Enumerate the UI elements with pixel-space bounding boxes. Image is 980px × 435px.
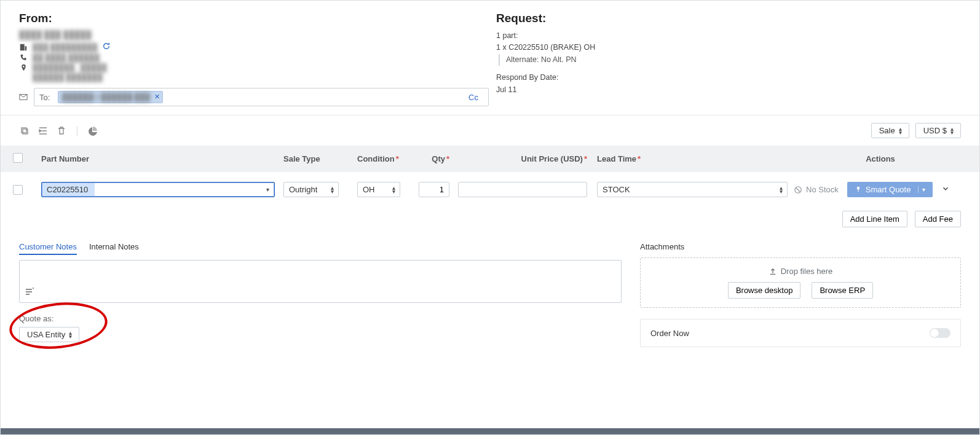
to-row: To: ██████@██████.███ ✕ Cc (19, 88, 490, 106)
condition-value: OH (363, 185, 375, 194)
sort-icon (899, 127, 901, 135)
smart-quote-button[interactable]: Smart Quote ▾ (847, 182, 933, 197)
header: From: ████ ███ █████ ███ █████████ ██ ██… (1, 1, 979, 116)
th-saletype: Sale Type (283, 154, 357, 163)
qty-input[interactable] (419, 182, 449, 197)
order-now-card: Order Now (640, 319, 961, 347)
pin-icon (19, 63, 28, 72)
part-number-value: C20225510 (47, 185, 88, 194)
add-line-item-button[interactable]: Add Line Item (842, 211, 907, 227)
tab-internal-notes[interactable]: Internal Notes (89, 242, 139, 255)
to-label: To: (39, 93, 52, 102)
from-panel: From: ████ ███ █████ ███ █████████ ██ ██… (19, 12, 490, 106)
browse-erp-button[interactable]: Browse ERP (812, 282, 873, 299)
respond-by-label: Respond By Date: (496, 72, 961, 84)
request-line: 1 x C20225510 (BRAKE) OH (496, 42, 961, 53)
trash-icon[interactable] (56, 125, 67, 136)
expand-row-icon[interactable] (941, 184, 950, 195)
condition-select[interactable]: OH (357, 182, 400, 197)
sort-icon (69, 331, 71, 339)
country: ██████ ███████ (33, 73, 103, 82)
footer-bar (1, 428, 979, 434)
annotation-circle (7, 298, 110, 353)
no-stock-label: No Stock (806, 185, 839, 194)
company-line: ███ █████████ (19, 42, 490, 52)
company-name: ███ █████████ (33, 43, 97, 52)
envelope-icon (19, 93, 28, 101)
sort-icon (780, 186, 782, 194)
attachments-column: Attachments Drop files here Browse deskt… (640, 242, 961, 347)
sale-select[interactable]: Sale (871, 123, 909, 138)
quote-as-section: Quote as: USA Entity (19, 314, 622, 342)
row-checkbox[interactable] (13, 185, 23, 195)
location-line: ████████ , █████ (19, 63, 490, 72)
cc-link[interactable]: Cc (468, 93, 478, 102)
svg-rect-1 (23, 129, 28, 134)
add-row-buttons: Add Line Item Add Fee (1, 207, 979, 242)
table-header: Part Number Sale Type Condition* Qty* Un… (1, 146, 979, 172)
request-title: Request: (496, 12, 961, 25)
respond-by-date: Jul 11 (496, 84, 961, 96)
table-row: C20225510 ▾ Outright OH STOCK (1, 172, 979, 207)
dropzone-header: Drop files here (652, 267, 949, 276)
indent-icon[interactable] (38, 125, 49, 136)
request-panel: Request: 1 part: 1 x C20225510 (BRAKE) O… (490, 12, 961, 106)
country-line: ██████ ███████ (19, 73, 490, 82)
notes-tabs: Customer Notes Internal Notes (19, 242, 622, 255)
th-qty: Qty* (419, 154, 456, 163)
city: ████████ , █████ (33, 63, 107, 72)
phone-line: ██ ████ ██████ (19, 53, 490, 62)
currency-select-label: USD $ (923, 126, 947, 135)
chevron-down-icon: ▾ (266, 186, 269, 193)
browse-desktop-button[interactable]: Browse desktop (728, 282, 801, 299)
contact-name: ████ ███ █████ (19, 30, 490, 39)
smart-quote-split-icon[interactable]: ▾ (918, 186, 925, 193)
sort-icon (950, 127, 953, 135)
pie-icon[interactable] (87, 125, 98, 136)
th-leadtime: Lead Time* (597, 154, 794, 163)
recipient-email: ██████@██████.███ (62, 93, 150, 101)
attachments-title: Attachments (640, 242, 961, 251)
sort-icon (392, 186, 395, 194)
request-alternate: Alternate: No Alt. PN (499, 54, 961, 66)
remove-recipient-icon[interactable]: ✕ (154, 93, 160, 101)
leadtime-value: STOCK (603, 185, 630, 194)
dropzone[interactable]: Drop files here Browse desktop Browse ER… (640, 257, 961, 308)
add-fee-button[interactable]: Add Fee (915, 211, 961, 227)
quote-as-label: Quote as: (19, 314, 622, 323)
request-summary: 1 part: (496, 30, 961, 42)
recipient-chip[interactable]: ██████@██████.███ ✕ (58, 91, 163, 103)
unitprice-input[interactable] (458, 182, 587, 197)
to-input-container[interactable]: To: ██████@██████.███ ✕ Cc (34, 88, 489, 106)
order-now-label: Order Now (650, 329, 689, 338)
leadtime-select[interactable]: STOCK (597, 182, 788, 197)
copy-icon[interactable] (19, 125, 30, 136)
smart-quote-label: Smart Quote (866, 185, 911, 194)
order-now-toggle[interactable] (930, 328, 950, 338)
saletype-value: Outright (289, 185, 317, 194)
phone-number: ██ ████ ██████ (33, 53, 100, 62)
no-stock-indicator: No Stock (794, 185, 839, 194)
quote-as-value: USA Entity (27, 330, 65, 339)
building-icon (19, 43, 28, 52)
saletype-select[interactable]: Outright (283, 182, 339, 197)
lower-section: Customer Notes Internal Notes Quote as: … (1, 242, 979, 359)
sale-select-label: Sale (879, 126, 895, 135)
svg-rect-0 (22, 128, 26, 133)
toolbar-divider (77, 126, 77, 136)
header-checkbox[interactable] (13, 153, 23, 163)
quote-as-select[interactable]: USA Entity (19, 327, 79, 342)
dropzone-label: Drop files here (781, 267, 833, 276)
currency-select[interactable]: USD $ (915, 123, 961, 138)
th-actions: Actions (794, 154, 967, 163)
notes-column: Customer Notes Internal Notes Quote as: … (19, 242, 622, 342)
page: From: ████ ███ █████ ███ █████████ ██ ██… (0, 0, 980, 435)
refresh-icon[interactable] (102, 42, 111, 52)
notes-editor[interactable] (19, 260, 622, 303)
tab-customer-notes[interactable]: Customer Notes (19, 242, 77, 255)
th-unitprice: Unit Price (USD)* (456, 154, 597, 163)
sort-icon (331, 186, 333, 194)
th-condition: Condition* (357, 154, 419, 163)
editor-format-icon[interactable] (25, 287, 34, 299)
part-number-input[interactable]: C20225510 ▾ (41, 182, 275, 197)
